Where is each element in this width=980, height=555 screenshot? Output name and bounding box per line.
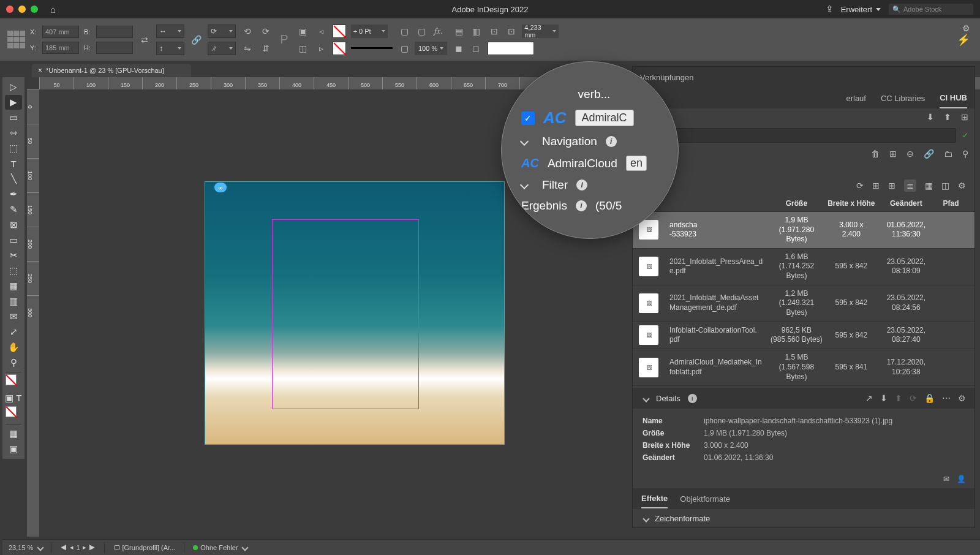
pencil-tool[interactable]: ✎	[5, 202, 22, 217]
selection-frame[interactable]	[272, 219, 419, 409]
tab-effects[interactable]: Effekte	[641, 489, 668, 508]
tab-ci-hub[interactable]: CI HUB	[940, 88, 967, 108]
chevron-down-icon[interactable]	[641, 394, 649, 403]
scissors-tool[interactable]: ✂	[5, 248, 22, 263]
feather-icon[interactable]: ◻	[469, 42, 483, 55]
detail-view-icon[interactable]: ◫	[941, 181, 949, 191]
share-icon[interactable]: ⇪	[826, 4, 834, 15]
control-settings-icon[interactable]: ⚙	[962, 23, 970, 33]
maximize-window-button[interactable]	[31, 6, 38, 13]
note-tool[interactable]: ✉	[5, 309, 22, 324]
add-view-icon[interactable]: ⊞	[888, 181, 895, 191]
eyedropper-tool[interactable]: ⤢	[5, 325, 22, 339]
tab-cc-libraries[interactable]: CC Libraries	[881, 89, 925, 108]
grid-view-icon[interactable]: ▦	[925, 181, 933, 191]
zoom-tool[interactable]: ⚲	[5, 355, 22, 370]
corner-options-icon[interactable]: ⊡	[488, 25, 501, 38]
folder-icon[interactable]: 🗀	[944, 149, 952, 159]
width-input[interactable]	[96, 26, 133, 38]
grid-small-icon[interactable]: ⊞	[872, 181, 880, 191]
height-input[interactable]	[96, 42, 133, 54]
stroke-swatch[interactable]	[333, 42, 346, 55]
screen-mode-icon[interactable]: ▣	[5, 442, 22, 456]
text-wrap-1-icon[interactable]: ▤	[452, 25, 466, 38]
measure-toggle-icon[interactable]: ⊡	[505, 25, 518, 38]
flip-h-icon[interactable]: ⇋	[241, 42, 254, 55]
gear-icon[interactable]: ⚙	[958, 181, 966, 191]
info-icon[interactable]: i	[688, 394, 697, 403]
table-row[interactable]: 🖼2021_Infoblatt_MediaAssetManagement_de.…	[633, 285, 974, 322]
shear-dropdown[interactable]: ⫽	[208, 42, 236, 55]
home-icon[interactable]: ⌂	[50, 4, 56, 15]
lang-input[interactable]: en	[626, 156, 647, 171]
pen-tool[interactable]: ✒	[5, 187, 22, 202]
rectangle-frame-tool[interactable]: ⊠	[5, 217, 22, 232]
gradient-feather-tool[interactable]: ▥	[5, 294, 22, 309]
col-modified[interactable]: Geändert	[879, 199, 933, 208]
fx-icon[interactable]: 𝑓𝑥.	[432, 25, 445, 38]
rotate-dropdown[interactable]: ⟳	[208, 25, 236, 38]
search-icon[interactable]: ⚲	[962, 149, 968, 159]
scale-x-dropdown[interactable]: ↔	[156, 25, 184, 38]
user-icon[interactable]: 👤	[957, 475, 966, 483]
check-icon[interactable]: ✓	[962, 131, 968, 140]
line-tool[interactable]: ╲	[5, 172, 22, 186]
auto-fit-icon[interactable]: ▢	[398, 25, 411, 38]
direct-selection-tool[interactable]: ▶	[5, 95, 22, 110]
link-badge-icon[interactable]: ∞	[214, 183, 227, 192]
constrain-icon[interactable]: ⇄	[138, 33, 151, 47]
fill-swatch[interactable]	[333, 25, 346, 38]
document-tab[interactable]: × *Unbenannt-1 @ 23 % [GPU-Vorschau]	[32, 64, 191, 77]
rotate-cw-icon[interactable]: ⟳	[259, 25, 273, 38]
flip-v-icon[interactable]: ⇵	[259, 42, 273, 55]
gradient-swatch-tool[interactable]: ▦	[5, 279, 22, 293]
upload-icon[interactable]: ⬆	[944, 112, 951, 122]
profile-display[interactable]: 🖵[Grundprofil] (Ar...	[113, 544, 176, 551]
zoom-display[interactable]: 23,15 %	[9, 544, 43, 551]
chevron-down-icon-m2[interactable]	[520, 181, 529, 189]
link-scale-icon[interactable]: 🔗	[189, 33, 203, 47]
add-panel-icon[interactable]: ⊞	[889, 149, 897, 159]
measure-input[interactable]: 4,233 mm	[522, 25, 559, 38]
fill-frame-icon[interactable]: ▢	[398, 42, 411, 55]
gpu-bolt-icon[interactable]: ⚡	[957, 33, 970, 47]
rotate-ccw-icon[interactable]: ⟲	[241, 25, 254, 38]
add-icon[interactable]: ⊞	[961, 112, 968, 122]
type-tool[interactable]: T	[5, 156, 22, 171]
hand-tool[interactable]: ✋	[5, 340, 22, 355]
stroke-style[interactable]	[351, 42, 393, 55]
selection-tool[interactable]: ▷	[5, 80, 22, 94]
free-transform-tool[interactable]: ⬚	[5, 263, 22, 278]
x-input[interactable]	[42, 26, 79, 38]
info-icon-filter[interactable]: i	[576, 179, 587, 191]
select-next-icon[interactable]: ▹	[314, 42, 328, 55]
gap-tool[interactable]: ⇿	[5, 126, 22, 140]
col-dims[interactable]: Breite x Höhe	[824, 199, 878, 208]
default-colors-swatch[interactable]	[6, 406, 21, 422]
col-path[interactable]: Pfad	[933, 199, 968, 208]
page-tool[interactable]: ▭	[5, 110, 22, 125]
select-content-icon[interactable]: ◫	[296, 42, 309, 55]
table-row[interactable]: 🖼AdmiralCloud_Mediathek_Infoblatt.pdf1,5…	[633, 349, 974, 385]
download-asset-icon[interactable]: ⬇	[880, 393, 888, 403]
tab-object-formats[interactable]: Objektformate	[680, 490, 730, 508]
select-container-icon[interactable]: ▣	[296, 25, 309, 38]
cihub-search-input[interactable]	[639, 128, 956, 143]
reference-point-grid[interactable]	[7, 31, 25, 48]
info-icon-result[interactable]: i	[576, 200, 587, 211]
zoom-out-icon[interactable]: ⊖	[907, 149, 914, 159]
opacity-input[interactable]: 100 %	[415, 42, 447, 55]
char-formats-row[interactable]: Zeichenformate	[633, 509, 974, 527]
checkbox-admiralcloud[interactable]: ✓	[521, 111, 535, 125]
col-size[interactable]: Größe	[769, 199, 824, 208]
more-icon[interactable]: ⋯	[942, 393, 951, 403]
mail-icon[interactable]: ✉	[943, 475, 949, 483]
refresh-icon[interactable]: ⟳	[856, 181, 864, 191]
select-prev-icon[interactable]: ◃	[314, 25, 328, 38]
apply-color-icon[interactable]: ▣ T	[5, 391, 22, 406]
workspace-switcher[interactable]: Erweitert	[841, 5, 881, 14]
admiralcloud-input[interactable]: AdmiralC	[575, 110, 634, 126]
table-row[interactable]: 🖼AdmiralCloud_Systemarchitektur.pdf207,9…	[633, 385, 974, 388]
gear-icon-2[interactable]: ⚙	[958, 393, 966, 403]
close-window-button[interactable]	[6, 6, 13, 13]
